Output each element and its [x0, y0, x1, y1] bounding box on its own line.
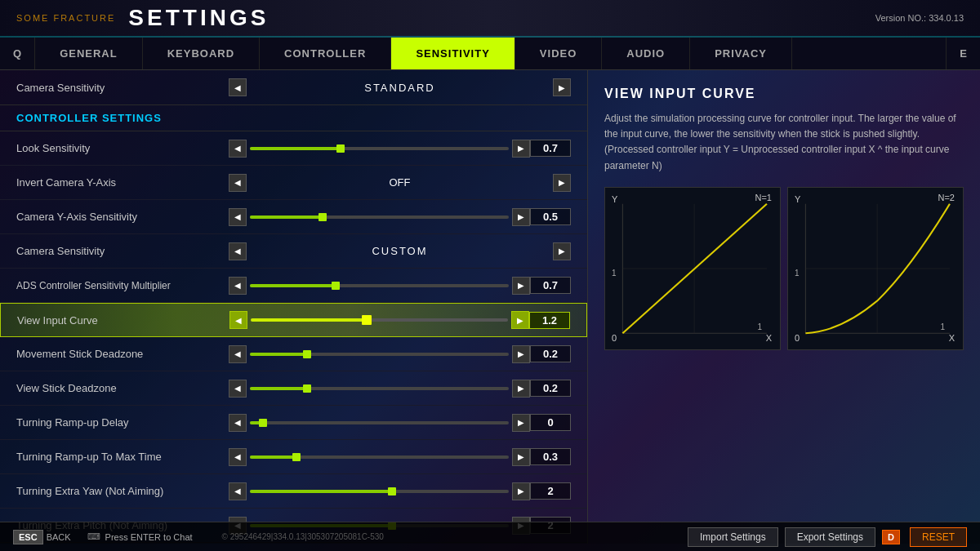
- settings-list: Look Sensitivity ◀ ▶ 0.7 Invert Camera Y…: [0, 131, 587, 544]
- tab-audio[interactable]: AUDIO: [602, 38, 690, 69]
- version-text: Version NO.: 334.0.13: [875, 13, 964, 23]
- camera-sensitivity-control: ◀ STANDARD ▶: [229, 78, 571, 96]
- keyboard-icon: ⌨: [87, 531, 100, 542]
- turning-rampup-time-left-arrow[interactable]: ◀: [229, 448, 247, 466]
- panel-description: Adjust the simulation processing curve f…: [604, 111, 964, 174]
- d-key[interactable]: D: [882, 530, 900, 544]
- bottom-bar: ESC BACK ⌨ Press ENTER to Chat © 2952464…: [0, 522, 980, 551]
- nav-tabs: Q GENERAL KEYBOARD CONTROLLER SENSITIVIT…: [0, 38, 980, 70]
- turning-rampup-time-slider[interactable]: [250, 455, 509, 459]
- camera-sensitivity-right-arrow[interactable]: ▶: [553, 78, 571, 96]
- right-panel: VIEW INPUT CURVE Adjust the simulation p…: [588, 70, 980, 544]
- view-deadzone-value: 0.2: [530, 380, 571, 397]
- chart-n1: Y N=1 0 X 1 1: [604, 187, 781, 350]
- turning-extra-yaw-right-arrow[interactable]: ▶: [512, 482, 530, 500]
- invert-camera-y-label: Invert Camera Y-Axis: [16, 176, 229, 189]
- turning-rampup-time-right-arrow[interactable]: ▶: [512, 448, 530, 466]
- setting-row-turning-rampup-delay: Turning Ramp-up Delay ◀ ▶ 0: [0, 406, 587, 440]
- invert-camera-y-right-arrow[interactable]: ▶: [553, 174, 571, 192]
- charts-container: Y N=1 0 X 1 1 Y N=2: [604, 187, 964, 350]
- controller-settings-header: CONTROLLER SETTINGS: [0, 105, 587, 131]
- turning-rampup-time-value: 0.3: [530, 448, 571, 465]
- turning-extra-yaw-value: 2: [530, 482, 571, 500]
- camera-y-sensitivity-left-arrow[interactable]: ◀: [229, 208, 247, 226]
- setting-row-look-sensitivity: Look Sensitivity ◀ ▶ 0.7: [0, 131, 587, 166]
- tab-keyboard[interactable]: KEYBOARD: [143, 38, 260, 69]
- nav-left-icon[interactable]: Q: [0, 38, 35, 69]
- export-settings-button[interactable]: Export Settings: [785, 527, 875, 547]
- view-input-curve-left-arrow[interactable]: ◀: [229, 311, 247, 329]
- camera-sensitivity-2-label: Camera Sensitivity: [16, 245, 229, 257]
- camera-y-sensitivity-slider[interactable]: [250, 216, 509, 219]
- header-logo: SOME FRACTURE: [16, 13, 115, 23]
- movement-deadzone-label: Movement Stick Deadzone: [16, 348, 229, 360]
- turning-rampup-delay-left-arrow[interactable]: ◀: [229, 414, 247, 432]
- view-input-curve-right-arrow[interactable]: ▶: [511, 311, 529, 329]
- camera-sensitivity-2-control: CUSTOM: [250, 245, 550, 257]
- view-input-curve-label: View Input Curve: [17, 314, 229, 327]
- camera-sensitivity-left-arrow[interactable]: ◀: [229, 78, 247, 96]
- view-input-curve-slider[interactable]: [251, 318, 508, 322]
- turning-rampup-delay-slider[interactable]: [250, 421, 509, 424]
- chart2-x-label: X: [949, 333, 955, 343]
- invert-camera-y-value: OFF: [250, 176, 550, 189]
- ads-multiplier-value: 0.7: [530, 277, 571, 294]
- tab-privacy[interactable]: PRIVACY: [690, 38, 792, 69]
- setting-row-movement-deadzone: Movement Stick Deadzone ◀ ▶ 0.2: [0, 337, 587, 371]
- ads-multiplier-slider[interactable]: [250, 284, 509, 287]
- look-sensitivity-right-arrow[interactable]: ▶: [512, 140, 530, 158]
- setting-row-view-input-curve: View Input Curve ◀ ▶ 1.2: [0, 303, 587, 337]
- look-sensitivity-value: 0.7: [530, 140, 571, 157]
- tab-general[interactable]: GENERAL: [35, 38, 143, 69]
- view-deadzone-slider[interactable]: [250, 387, 509, 390]
- look-sensitivity-left-arrow[interactable]: ◀: [229, 140, 247, 158]
- turning-rampup-time-label: Turning Ramp-up To Max Time: [16, 451, 229, 463]
- tab-video[interactable]: VIDEO: [515, 38, 602, 69]
- ads-multiplier-left-arrow[interactable]: ◀: [229, 277, 247, 295]
- view-deadzone-left-arrow[interactable]: ◀: [229, 380, 247, 398]
- turning-extra-yaw-slider[interactable]: [250, 490, 509, 493]
- movement-deadzone-left-arrow[interactable]: ◀: [229, 345, 247, 363]
- chart1-n-label: N=1: [755, 193, 773, 202]
- invert-camera-y-left-arrow[interactable]: ◀: [229, 174, 247, 192]
- camera-sensitivity-2-left-arrow[interactable]: ◀: [229, 242, 247, 260]
- turning-extra-yaw-label: Turning Extra Yaw (Not Aiming): [16, 485, 229, 497]
- view-deadzone-right-arrow[interactable]: ▶: [512, 380, 530, 398]
- chart-n2: Y N=2 0 X 1 1: [787, 187, 964, 350]
- look-sensitivity-label: Look Sensitivity: [16, 142, 229, 154]
- chat-label: Press ENTER to Chat: [105, 532, 193, 542]
- chart2-0-label: 0: [795, 333, 800, 343]
- movement-deadzone-right-arrow[interactable]: ▶: [512, 345, 530, 363]
- chart2-y-label: Y: [795, 194, 800, 204]
- header: SOME FRACTURE SETTINGS Version NO.: 334.…: [0, 0, 980, 38]
- reset-button[interactable]: RESET: [910, 527, 967, 547]
- camera-sensitivity-2-value: CUSTOM: [250, 245, 550, 257]
- bottom-right-actions: Import Settings Export Settings D RESET: [688, 527, 967, 547]
- camera-y-sensitivity-right-arrow[interactable]: ▶: [512, 208, 530, 226]
- chart2-mid-x: 1: [940, 322, 945, 331]
- setting-row-turning-extra-yaw: Turning Extra Yaw (Not Aiming) ◀ ▶ 2: [0, 474, 587, 509]
- turning-extra-yaw-left-arrow[interactable]: ◀: [229, 482, 247, 500]
- esc-key[interactable]: ESC: [13, 530, 43, 544]
- setting-row-camera-sensitivity: Camera Sensitivity ◀ CUSTOM ▶: [0, 234, 587, 269]
- chart1-x-label: X: [766, 333, 772, 343]
- movement-deadzone-value: 0.2: [530, 345, 571, 362]
- main-content: Camera Sensitivity ◀ STANDARD ▶ CONTROLL…: [0, 70, 980, 544]
- invert-camera-y-control: OFF: [250, 176, 550, 189]
- ads-multiplier-right-arrow[interactable]: ▶: [512, 277, 530, 295]
- turning-rampup-delay-right-arrow[interactable]: ▶: [512, 414, 530, 432]
- setting-row-view-deadzone: View Stick Deadzone ◀ ▶ 0.2: [0, 371, 587, 406]
- look-sensitivity-slider[interactable]: [250, 147, 509, 150]
- turning-rampup-delay-value: 0: [530, 414, 571, 431]
- camera-sensitivity-2-right-arrow[interactable]: ▶: [553, 242, 571, 260]
- movement-deadzone-slider[interactable]: [250, 353, 509, 356]
- chart1-mid-y: 1: [612, 269, 617, 278]
- setting-row-ads-multiplier: ADS Controller Sensitivity Multiplier ◀ …: [0, 269, 587, 303]
- panel-title: VIEW INPUT CURVE: [604, 87, 964, 101]
- chart2-svg: [788, 188, 963, 349]
- import-settings-button[interactable]: Import Settings: [688, 527, 778, 547]
- tab-controller[interactable]: CONTROLLER: [260, 38, 391, 69]
- camera-sensitivity-label: Camera Sensitivity: [16, 82, 229, 94]
- nav-right-icon[interactable]: E: [946, 38, 980, 69]
- tab-sensitivity[interactable]: SENSITIVITY: [391, 38, 514, 69]
